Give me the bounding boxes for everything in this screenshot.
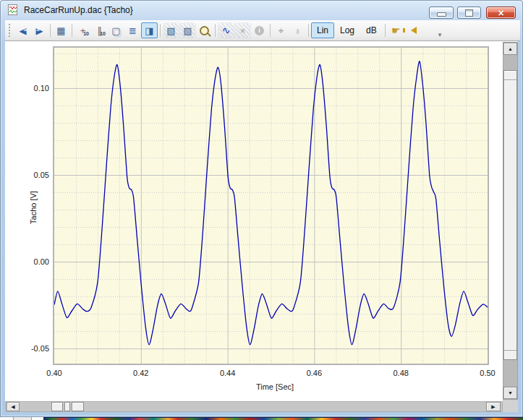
x-tick-label: 0.44 <box>213 369 242 378</box>
minimize-icon <box>437 12 446 17</box>
y-tick-label: -0.05 <box>13 344 49 353</box>
horizontal-scrollbar[interactable]: ◀ ▶ <box>5 401 503 412</box>
scroll-right-button[interactable]: ▶ <box>486 402 501 411</box>
pointing-hand-icon: ☛ <box>391 25 401 35</box>
x-tick-label: 0.48 <box>386 369 415 378</box>
minimize-button[interactable] <box>429 7 454 19</box>
x-tick-label: 0.50 <box>473 369 502 378</box>
marker-anchor-button[interactable]: ♁ <box>289 22 306 38</box>
toolbar-grip <box>8 24 11 37</box>
close-icon: × <box>498 8 503 18</box>
icon-sub-label: 10 <box>83 31 89 36</box>
close-button[interactable]: × <box>486 7 516 19</box>
export-hand-button[interactable]: ☛ <box>388 22 404 38</box>
zoom-area-icon: ▨ <box>183 26 192 35</box>
hscroll-left-handle[interactable] <box>51 402 63 411</box>
single-pane-button[interactable]: ◨ <box>141 22 158 38</box>
toolbar-separator <box>160 24 161 37</box>
magnifier-icon <box>200 26 209 35</box>
signal-wave-button[interactable]: ∿ <box>218 22 234 38</box>
toolbar-separator <box>385 24 386 37</box>
background-spectrogram-strip <box>43 417 523 420</box>
plot-area <box>53 46 489 365</box>
marker-target-icon: ⌖ <box>278 26 284 35</box>
toolbar-overflow-button: ▾ <box>438 31 442 40</box>
grid-lines-icon: ≣ <box>129 26 137 35</box>
y-axis-label: Tacho [V] <box>29 191 38 224</box>
scroll-left-button[interactable]: ◀ <box>7 402 20 411</box>
info-icon: i <box>255 26 264 35</box>
y-tick-label: 0.10 <box>13 84 49 93</box>
thumb-top-handle[interactable] <box>504 80 516 80</box>
vertical-scrollbar[interactable]: ▲ ▼ <box>503 42 518 400</box>
delete-x-icon: × <box>240 26 246 35</box>
restore-icon <box>465 9 473 17</box>
restore-button[interactable] <box>457 7 481 19</box>
prev-dataset-button[interactable]: ◀S <box>14 22 31 38</box>
document-waveform-icon <box>7 4 19 16</box>
x-tick-label: 0.40 <box>40 369 69 378</box>
x-tick-label: 0.46 <box>299 369 328 378</box>
scroll-up-button[interactable]: ▲ <box>503 43 517 55</box>
screen: RaceCarRunUp.dac {Tacho} × ◀S▶S▦+10∥10▢≣… <box>0 0 523 420</box>
document-window: RaceCarRunUp.dac {Tacho} × ◀S▶S▦+10∥10▢≣… <box>0 0 523 417</box>
icon-sub-label: 10 <box>100 31 106 36</box>
zoom-fit-button[interactable]: ▧ <box>163 22 179 38</box>
zoom-area-button[interactable]: ▨ <box>179 22 196 38</box>
play-audio-button[interactable] <box>404 22 421 38</box>
toolbar-separator <box>72 24 72 37</box>
scale-lin-button[interactable]: Lin <box>311 22 334 38</box>
cascade-panes-button[interactable]: ▢ <box>108 22 124 38</box>
next-dataset-button[interactable]: ▶S <box>31 22 48 38</box>
scale-log-button[interactable]: Log <box>334 22 360 38</box>
data-table-icon: ▦ <box>56 26 65 35</box>
sine-wave-icon: ∿ <box>222 25 231 35</box>
zoom-fit-icon: ▧ <box>166 26 175 35</box>
stacked-panes-icon: ▢ <box>111 26 120 35</box>
scale-db-button[interactable]: dB <box>360 22 383 38</box>
toolbar-separator <box>308 24 309 37</box>
icon-sub-label: S <box>36 27 40 32</box>
toolbar-separator <box>215 24 216 37</box>
vertical-scroll-thumb[interactable] <box>503 70 517 360</box>
marker-target-button[interactable]: ⌖ <box>273 22 289 38</box>
half-pane-icon: ◨ <box>145 26 153 35</box>
zoom-button[interactable] <box>196 22 213 38</box>
thumb-bottom-handle[interactable] <box>504 350 516 351</box>
x-axis-label: Time [Sec] <box>256 382 294 391</box>
hscroll-thumb[interactable] <box>64 402 70 411</box>
icon-sub-label: S <box>23 27 27 32</box>
delete-curve-button[interactable]: × <box>234 22 251 38</box>
toolbar: ◀S▶S▦+10∥10▢≣◨▧▨∿×i⌖♁LinLogdB☛▾ <box>5 20 520 41</box>
x-tick-label: 0.42 <box>127 369 156 378</box>
info-button[interactable]: i <box>251 22 268 38</box>
scrollbar-corner <box>503 400 518 412</box>
toolbar-separator <box>50 24 51 37</box>
speaker-icon <box>411 27 417 34</box>
grid-toggle-button[interactable]: ≣ <box>124 22 141 38</box>
y-tick-label: 0.05 <box>13 171 49 180</box>
data-table-button[interactable]: ▦ <box>53 22 69 38</box>
title-bar[interactable]: RaceCarRunUp.dac {Tacho} × <box>0 0 523 20</box>
x-cursor-button[interactable]: +10 <box>75 22 91 38</box>
scroll-down-button[interactable]: ▼ <box>503 387 517 399</box>
toolbar-separator <box>270 24 271 37</box>
hscroll-right-handle[interactable] <box>72 402 84 411</box>
y-cursor-button[interactable]: ∥10 <box>91 22 108 38</box>
plot-canvas[interactable] <box>54 48 488 364</box>
marker-anchor-icon: ♁ <box>294 26 302 35</box>
y-tick-label: 0.00 <box>13 257 49 267</box>
window-title: RaceCarRunUp.dac {Tacho} <box>24 0 133 20</box>
